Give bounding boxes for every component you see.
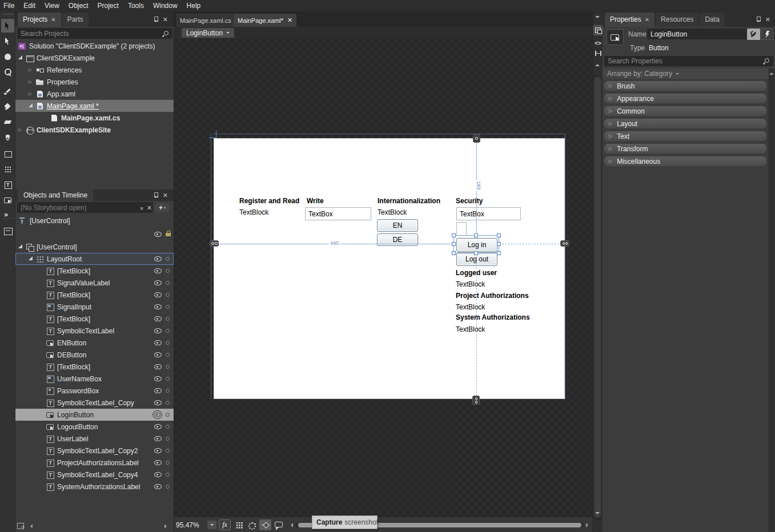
en-button[interactable]: EN	[377, 219, 418, 232]
tab-mainpage-xaml[interactable]: MainPage.xaml*✕	[234, 14, 296, 27]
signal-value-textblock[interactable]: TextBlock	[239, 208, 268, 216]
menu-object[interactable]: Object	[64, 1, 93, 11]
menu-help[interactable]: Help	[182, 1, 206, 11]
hscroll-right-icon[interactable]	[586, 523, 591, 527]
expander-arrow-icon[interactable]	[18, 127, 26, 132]
pin-icon[interactable]	[153, 192, 158, 198]
object-tree-item[interactable]: SignalValueLabel	[15, 277, 174, 289]
object-tree-item[interactable]: PasswordBox	[15, 385, 174, 397]
password-box[interactable]	[456, 222, 467, 236]
category-text[interactable]: ▷Text	[604, 131, 766, 141]
grid-layout-tool-icon[interactable]	[1, 162, 14, 176]
eye-column-icon[interactable]	[154, 232, 162, 237]
lock-dot-icon[interactable]	[166, 317, 170, 321]
resize-handle-se[interactable]	[497, 251, 501, 255]
snap-to-grid-button[interactable]	[246, 519, 258, 530]
project-tree-item[interactable]: MainPage.xaml *	[15, 100, 174, 112]
storyboard-mode-icon[interactable]	[17, 522, 25, 529]
lock-dot-icon[interactable]	[166, 305, 170, 309]
pin-icon[interactable]	[153, 17, 158, 22]
scroll-up-icon[interactable]	[769, 70, 774, 75]
lock-column-icon[interactable]	[166, 231, 171, 237]
anchor-top-icon[interactable]	[473, 134, 480, 143]
project-tree-item[interactable]: MainPage.xaml.cs	[15, 112, 174, 124]
properties-vscrollbar[interactable]	[769, 68, 775, 532]
object-tree-item[interactable]: LogoutButton	[15, 421, 174, 433]
properties-view-button[interactable]	[747, 29, 760, 40]
scroll-up-icon[interactable]	[595, 62, 600, 66]
menu-edit[interactable]: Edit	[19, 1, 40, 11]
scroll-left-icon[interactable]	[28, 524, 33, 529]
signal-input-textbox[interactable]: TextBox	[305, 207, 371, 220]
object-tree-item[interactable]: LoginButton	[15, 409, 174, 421]
zoom-dropdown-button[interactable]	[207, 521, 216, 529]
object-tree-item[interactable]: SymbolicTextLabel_Copy	[15, 397, 174, 409]
lock-dot-icon[interactable]	[166, 413, 170, 417]
category-layout[interactable]: ▷Layout	[604, 119, 766, 128]
text-tool-icon[interactable]	[1, 178, 14, 191]
scope-up-icon[interactable]	[19, 217, 26, 224]
object-tree-item[interactable]: UserNameBox	[15, 373, 174, 385]
design-canvas[interactable]: Register and Read TextBlock Write TextBo…	[214, 138, 565, 399]
project-tree-item[interactable]: Solution "ClientSDKExample" (2 projects)	[15, 40, 174, 52]
project-tree-item[interactable]: Properties	[15, 76, 174, 88]
pan-tool-icon[interactable]	[1, 50, 14, 63]
object-tree-item[interactable]: [UserControl]	[15, 241, 174, 253]
annotations-button[interactable]	[272, 519, 284, 530]
search-properties-input[interactable]: Search Properties	[604, 56, 773, 66]
category-brush[interactable]: ▷Brush	[604, 81, 766, 91]
system-authorizations-textblock[interactable]: TextBlock	[456, 325, 485, 333]
resize-handle-sw[interactable]	[452, 251, 456, 255]
object-tree-item[interactable]: LayoutRoot	[15, 253, 174, 265]
scroll-right-icon[interactable]	[164, 524, 169, 529]
menu-file[interactable]: File	[0, 1, 19, 11]
zoom-tool-icon[interactable]	[1, 65, 14, 79]
expander-arrow-icon[interactable]	[29, 79, 36, 84]
anchor-left-icon[interactable]	[210, 240, 219, 247]
expander-arrow-icon[interactable]	[18, 244, 26, 250]
object-tree-item[interactable]: [TextBlock]	[15, 361, 174, 373]
breadcrumb-element-button[interactable]: LoginButton	[182, 28, 234, 38]
lock-dot-icon[interactable]	[166, 449, 170, 453]
expander-arrow-icon[interactable]	[29, 67, 36, 72]
close-panel-icon[interactable]: ✕	[163, 17, 168, 22]
expander-arrow-icon[interactable]	[29, 103, 36, 109]
lock-dot-icon[interactable]	[166, 293, 170, 297]
lock-dot-icon[interactable]	[166, 389, 170, 393]
lock-dot-icon[interactable]	[166, 353, 170, 357]
lock-dot-icon[interactable]	[166, 473, 170, 477]
tab-mainpage-xaml-cs[interactable]: MainPage.xaml.cs	[176, 14, 235, 27]
object-tree-item[interactable]: [TextBlock]	[15, 265, 174, 277]
expander-arrow-icon[interactable]	[18, 55, 26, 61]
tab-objects-and-timeline[interactable]: Objects and Timeline	[18, 190, 93, 201]
resize-handle-n[interactable]	[474, 233, 478, 237]
lock-dot-icon[interactable]	[166, 401, 170, 405]
category-miscellaneous[interactable]: ▷Miscellaneous	[604, 156, 766, 166]
project-tree-item[interactable]: ClientSDKExample	[15, 52, 174, 64]
new-storyboard-button[interactable]: +▾	[155, 203, 169, 212]
tab-projects[interactable]: Projects✕	[18, 13, 61, 27]
visibility-eye-icon[interactable]	[152, 410, 162, 419]
resize-handle-w[interactable]	[452, 242, 456, 246]
eyedropper-tool-icon[interactable]	[1, 84, 14, 98]
category-appearance[interactable]: ▷Appearance	[604, 94, 766, 103]
close-icon[interactable]: ✕	[51, 17, 55, 23]
category-common[interactable]: ▷Common	[604, 106, 766, 116]
hscroll-left-icon[interactable]	[288, 523, 293, 527]
menu-window[interactable]: Window	[148, 1, 182, 11]
close-tab-icon[interactable]: ✕	[287, 17, 292, 24]
user-label-textblock[interactable]: TextBlock	[456, 280, 485, 288]
snap-to-snaplines-button[interactable]	[259, 519, 271, 530]
tab-parts[interactable]: Parts	[62, 13, 89, 27]
object-tree-item[interactable]: ProjectAuthorizationsLabel	[15, 457, 174, 469]
project-tree-item[interactable]: ClientSDKExampleSite	[15, 124, 174, 136]
lock-dot-icon[interactable]	[166, 281, 170, 285]
close-icon[interactable]: ✕	[645, 17, 649, 23]
rectangle-tool-icon[interactable]	[1, 147, 14, 160]
paint-bucket-tool-icon[interactable]	[1, 100, 14, 114]
object-tree-item[interactable]: SymbolicTextLabel_Copy4	[15, 469, 174, 481]
lock-dot-icon[interactable]	[166, 485, 170, 489]
search-projects-input[interactable]: Search Projects	[17, 28, 172, 39]
symbolic-text-textblock[interactable]: TextBlock	[378, 208, 407, 216]
close-panel-icon[interactable]: ✕	[765, 17, 770, 22]
